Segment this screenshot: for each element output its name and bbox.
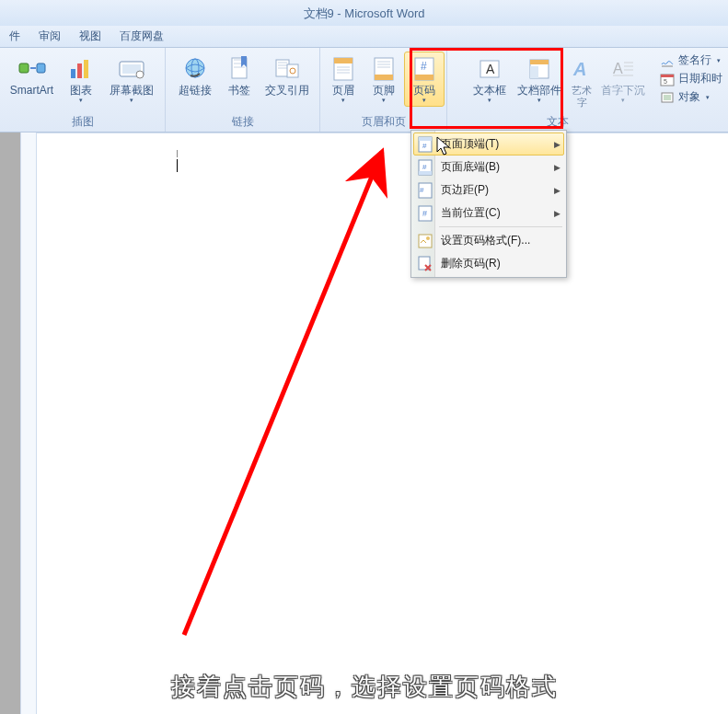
screenshot-label: 屏幕截图 [110,85,154,97]
datetime-label: 日期和时 [678,71,722,86]
tab-review[interactable]: 审阅 [29,25,70,48]
quickparts-button[interactable]: 文档部件 ▾ [513,52,566,107]
object-button[interactable]: 对象▾ [658,88,724,106]
menu-page-top-label: 页面顶端(T) [441,136,547,152]
window-title: 文档9 - Microsoft Word [304,6,425,20]
chevron-down-icon: ▾ [537,97,541,104]
chevron-down-icon: ▾ [621,97,625,104]
chevron-down-icon: ▾ [488,97,491,104]
group-header-footer: 页眉 ▾ 页脚 ▾ # 页码 ▾ 页眉和页 [320,48,447,132]
signature-icon [660,53,675,68]
chart-icon [66,54,96,84]
annotation-caption: 接着点击页码，选择设置页码格式 [0,671,728,703]
svg-rect-4 [84,60,88,78]
page-top-icon: # [417,136,433,153]
svg-point-44 [426,236,430,240]
object-label: 对象 [678,89,700,105]
pagenumber-button[interactable]: # 页码 ▾ [404,52,445,107]
footer-button[interactable]: 页脚 ▾ [364,52,404,107]
tab-view[interactable]: 视图 [70,25,110,48]
datetime-icon: 5 [660,72,675,86]
submenu-arrow-icon: ▶ [554,209,560,218]
pagenumber-icon: # [410,54,439,84]
signature-line-button[interactable]: 签名行▾ [658,52,724,69]
footer-icon [369,54,399,84]
remove-pagenumber-icon [417,256,433,272]
group-text: A 文本框 ▾ 文档部件 ▾ A 艺术字 A [447,48,668,132]
text-cursor [171,150,182,165]
screenshot-icon [117,54,146,84]
object-icon [660,90,675,105]
svg-rect-1 [37,63,45,73]
screenshot-button[interactable]: 屏幕截图 ▾ [102,52,161,107]
chevron-down-icon: ▾ [341,97,345,104]
textbox-icon: A [475,54,504,84]
group-illustrations: SmartArt 图表 ▾ 屏幕截图 ▾ 插图 [0,48,166,132]
menu-format-pagenumber[interactable]: 设置页码格式(F)... [413,229,564,252]
svg-rect-3 [77,63,82,78]
menu-remove-label: 删除页码(R) [441,256,560,271]
textbox-label: 文本框 [473,85,506,97]
svg-text:A: A [486,62,495,76]
smartart-button[interactable]: SmartArt [5,52,60,99]
tab-baidu[interactable]: 百度网盘 [110,25,173,48]
svg-text:#: # [422,209,427,218]
wordart-label: 艺术字 [569,85,595,109]
menu-separator [439,226,562,227]
ribbon-tabbar: 件 审阅 视图 百度网盘 [0,26,728,48]
svg-text:A: A [572,59,586,79]
svg-rect-17 [375,75,393,80]
crossref-button[interactable]: 交叉引用 [260,52,315,99]
page-bottom-icon: # [417,159,433,176]
svg-rect-25 [530,66,538,78]
textbox-button[interactable]: A 文本框 ▾ [467,52,513,107]
header-icon [329,54,358,84]
bookmark-button[interactable]: 书签 [219,52,260,99]
smartart-icon [17,54,47,84]
crossref-label: 交叉引用 [265,85,309,97]
hyperlink-label: 超链接 [179,85,212,97]
group-text-label: 文本 [447,114,668,130]
wordart-button[interactable]: A 艺术字 [566,52,597,111]
svg-rect-24 [530,60,549,64]
chevron-down-icon: ▾ [422,97,426,104]
svg-rect-2 [71,69,75,78]
dropcap-button[interactable]: A 首字下沉 ▾ [597,52,649,107]
datetime-button[interactable]: 5 日期和时 [658,70,724,87]
svg-point-7 [136,71,144,78]
hyperlink-icon [180,54,210,84]
smartart-label: SmartArt [10,85,53,97]
submenu-arrow-icon: ▶ [554,140,560,149]
group-illustrations-label: 插图 [0,114,165,130]
footer-label: 页脚 [373,85,395,97]
pagenumber-label: 页码 [413,85,435,97]
submenu-arrow-icon: ▶ [554,163,560,172]
chevron-down-icon: ▾ [79,97,83,104]
menu-current-position-label: 当前位置(C) [441,205,547,221]
hyperlink-button[interactable]: 超链接 [171,52,219,99]
dropcap-label: 首字下沉 [601,85,645,97]
header-button[interactable]: 页眉 ▾ [323,52,364,107]
svg-text:#: # [422,142,427,150]
group-hf-label: 页眉和页 [320,114,446,130]
quickparts-label: 文档部件 [517,85,561,97]
format-pagenumber-icon [417,233,433,249]
menu-format-label: 设置页码格式(F)... [441,233,560,248]
svg-rect-20 [415,75,433,80]
menu-page-margins[interactable]: # 页边距(P) ▶ [413,178,564,202]
svg-text:#: # [421,60,427,73]
tab-partial[interactable]: 件 [0,25,29,48]
svg-rect-37 [419,171,432,175]
group-links: 超链接 书签 交叉引用 链接 [166,48,320,132]
svg-rect-29 [661,75,674,77]
menu-page-bottom[interactable]: # 页面底端(B) ▶ [413,155,564,178]
menu-remove-pagenumber[interactable]: 删除页码(R) [413,252,564,275]
svg-text:#: # [420,186,424,194]
menu-page-top[interactable]: # 页面顶端(T) ▶ [413,132,564,155]
svg-text:5: 5 [664,78,667,85]
vertical-ruler[interactable] [20,132,37,714]
document-page[interactable] [37,132,728,714]
bookmark-label: 书签 [228,85,250,97]
chart-button[interactable]: 图表 ▾ [60,52,102,107]
menu-current-position[interactable]: # 当前位置(C) ▶ [413,202,564,225]
